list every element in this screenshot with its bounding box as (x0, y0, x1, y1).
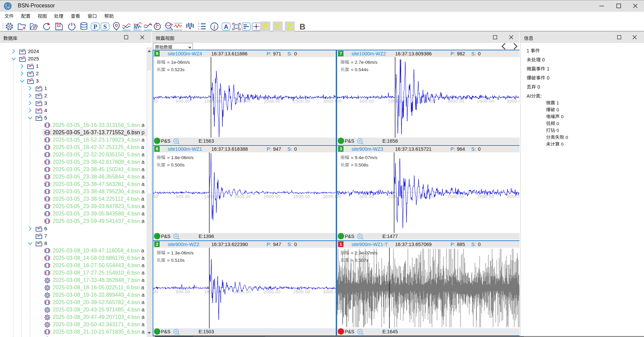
svg-text:1: 1 (547, 66, 549, 71)
svg-text:1: 1 (556, 100, 559, 105)
svg-text:3000.00: 3000.00 (323, 194, 336, 199)
svg-text:= 0.508s: = 0.508s (351, 162, 368, 167)
svg-text:3000.00: 3000.00 (507, 99, 520, 104)
svg-text:S: S (103, 23, 107, 30)
svg-text:2500.00: 2500.00 (293, 99, 311, 104)
svg-text:3000.00: 3000.00 (323, 290, 336, 294)
svg-text:0.00: 0.00 (337, 194, 342, 199)
svg-text:= 2.7e-06m/s: = 2.7e-06m/s (351, 60, 377, 65)
svg-text::: : (540, 93, 542, 99)
svg-text:0: 0 (556, 121, 559, 126)
svg-text:1000.00: 1000.00 (204, 194, 221, 199)
svg-text:3000.00: 3000.00 (323, 99, 336, 104)
svg-text:2500.00: 2500.00 (477, 194, 494, 199)
svg-text:500.00: 500.00 (176, 99, 190, 104)
svg-text:0.00: 0.00 (153, 194, 158, 199)
svg-text:= 0.510s: = 0.510s (167, 258, 184, 263)
svg-text:= 1e-06m/s: = 1e-06m/s (167, 60, 190, 65)
svg-text:0.00: 0.00 (153, 290, 158, 294)
svg-text:0: 0 (556, 128, 559, 133)
svg-text:= 9.4e-07m/s: = 9.4e-07m/s (351, 155, 377, 160)
svg-text:1: 1 (527, 48, 529, 53)
svg-text:i: i (214, 24, 215, 30)
svg-text:2000.00: 2000.00 (264, 290, 281, 294)
svg-text:P: P (93, 23, 97, 30)
svg-text:A: A (224, 23, 228, 30)
svg-text:1000.00: 1000.00 (388, 194, 405, 199)
svg-text:1000.00: 1000.00 (204, 99, 221, 104)
svg-text:500.00: 500.00 (176, 194, 190, 199)
svg-text:3000.00: 3000.00 (507, 194, 520, 199)
svg-text:2500.00: 2500.00 (293, 290, 311, 294)
svg-text:= 0.523s: = 0.523s (167, 67, 184, 72)
svg-text:0.00: 0.00 (337, 99, 342, 104)
svg-text:= 1.8e-06m/s: = 1.8e-06m/s (167, 155, 194, 160)
svg-text:500.00: 500.00 (176, 290, 190, 294)
svg-text:1000.00: 1000.00 (204, 290, 221, 294)
svg-text:0: 0 (542, 57, 545, 62)
svg-text:0: 0 (547, 75, 549, 81)
svg-text:= 0.500s: = 0.500s (167, 162, 184, 167)
svg-text:2500.00: 2500.00 (293, 194, 311, 199)
svg-text:0: 0 (556, 107, 559, 112)
svg-text:0.00: 0.00 (153, 99, 158, 104)
svg-text:500.00: 500.00 (360, 99, 374, 104)
svg-text:2500.00: 2500.00 (477, 99, 494, 104)
svg-text:0: 0 (561, 142, 564, 147)
svg-text:0: 0 (561, 114, 564, 119)
svg-text:2000.00: 2000.00 (264, 99, 281, 104)
svg-text:= 0.544s: = 0.544s (351, 67, 368, 72)
svg-text:= 2.3e-07m/s: = 2.3e-07m/s (351, 250, 377, 255)
svg-text:0: 0 (537, 84, 540, 90)
svg-text:2000.00: 2000.00 (264, 194, 281, 199)
svg-text:2000.00: 2000.00 (447, 99, 465, 104)
svg-text:2000.00: 2000.00 (447, 194, 465, 199)
svg-text:0: 0 (566, 135, 568, 140)
svg-text:= 1.3e-06m/s: = 1.3e-06m/s (167, 250, 194, 255)
svg-text:500.00: 500.00 (360, 194, 374, 199)
svg-text:= 0.507s: = 0.507s (351, 258, 368, 263)
svg-text:AI: AI (527, 93, 531, 99)
